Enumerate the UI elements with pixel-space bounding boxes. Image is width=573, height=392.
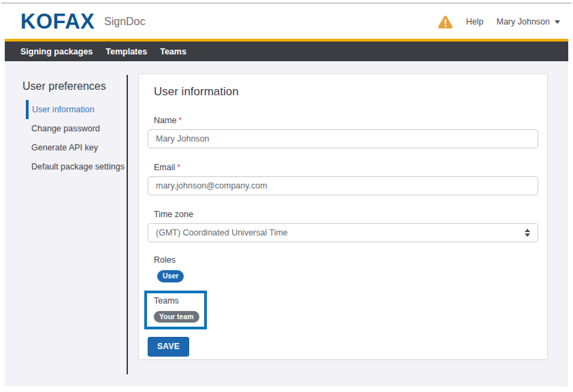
timezone-select[interactable]: (GMT) Coordinated Universal Time	[148, 223, 538, 242]
sidebar-item-change-password[interactable]: Change password	[26, 119, 128, 138]
name-label: Name*	[154, 116, 538, 125]
user-information-panel: User information Name* Email* Time zone	[138, 74, 548, 360]
save-button[interactable]: SAVE	[148, 337, 189, 357]
user-menu-label: Mary Johnson	[496, 17, 550, 27]
team-badge: Your team	[154, 311, 199, 323]
product-name: SignDoc	[104, 16, 145, 28]
name-input[interactable]	[148, 129, 538, 148]
warning-icon[interactable]	[438, 15, 453, 29]
chevron-down-icon	[555, 20, 560, 24]
roles-label: Roles	[154, 255, 538, 265]
timezone-label: Time zone	[154, 210, 538, 219]
user-menu[interactable]: Mary Johnson	[496, 17, 560, 27]
header: KOFAX SignDoc Help Mary Johnson	[5, 3, 568, 39]
kofax-logo: KOFAX	[20, 10, 95, 34]
email-field-group: Email*	[148, 163, 538, 195]
teams-highlight-box: Teams Your team	[144, 291, 207, 330]
email-input[interactable]	[148, 176, 538, 195]
panel-title: User information	[154, 85, 547, 99]
sidebar-nav: User information Change password Generat…	[26, 100, 128, 176]
required-marker: *	[177, 163, 180, 172]
roles-group: Roles User	[148, 255, 538, 282]
timezone-field-group: Time zone (GMT) Coordinated Universal Ti…	[148, 210, 538, 242]
required-marker: *	[178, 116, 182, 125]
app-frame: KOFAX SignDoc Help Mary Johnson	[5, 3, 568, 387]
nav-item-teams[interactable]: Teams	[160, 47, 186, 56]
sidebar-title: User preferences	[22, 80, 106, 93]
select-updown-icon	[525, 229, 530, 237]
sidebar-item-default-package-settings[interactable]: Default package settings	[26, 157, 128, 176]
sidebar-divider	[127, 75, 128, 374]
sidebar-item-generate-api-key[interactable]: Generate API key	[26, 138, 128, 157]
role-badge: User	[157, 270, 184, 282]
timezone-selected-value: (GMT) Coordinated Universal Time	[156, 228, 288, 238]
header-actions: Help Mary Johnson	[438, 14, 560, 30]
help-link[interactable]: Help	[466, 17, 484, 27]
app-window: KOFAX SignDoc Help Mary Johnson	[0, 0, 573, 392]
email-label: Email*	[154, 163, 538, 172]
nav-item-signing-packages[interactable]: Signing packages	[20, 47, 93, 56]
teams-label: Teams	[154, 296, 199, 306]
sidebar-item-user-information[interactable]: User information	[26, 100, 128, 119]
name-field-group: Name*	[148, 116, 538, 148]
nav-item-templates[interactable]: Templates	[105, 47, 147, 56]
page-body: User preferences User information Change…	[5, 61, 568, 387]
main-nav: Signing packages Templates Teams	[5, 42, 568, 61]
